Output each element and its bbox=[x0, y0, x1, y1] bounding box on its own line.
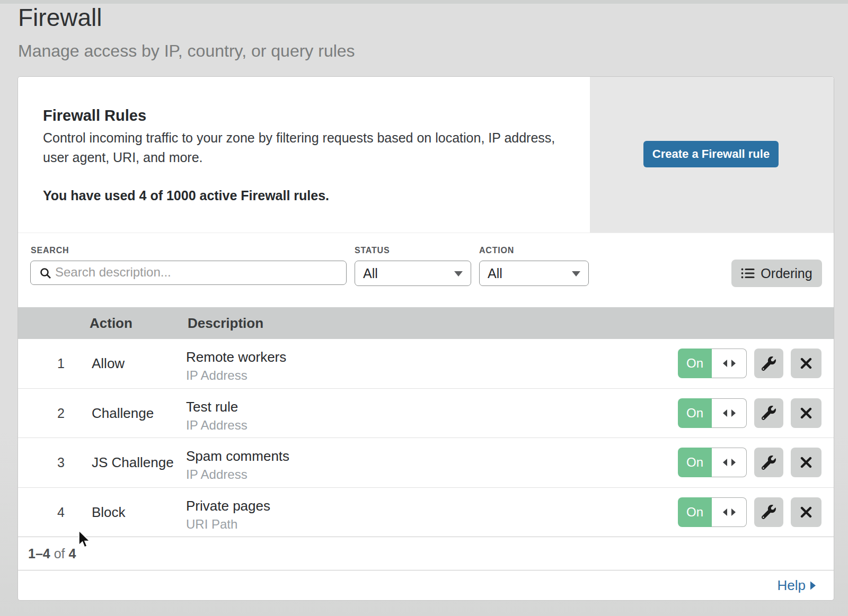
rule-description: Remote workers bbox=[186, 349, 286, 365]
action-select[interactable]: All bbox=[479, 261, 589, 286]
search-label: SEARCH bbox=[31, 246, 69, 255]
x-icon bbox=[800, 358, 812, 369]
rule-priority: 4 bbox=[50, 504, 72, 520]
column-header-action: Action bbox=[90, 307, 132, 339]
delete-rule-button[interactable] bbox=[791, 398, 822, 428]
rule-action: Allow bbox=[92, 355, 125, 372]
rule-priority: 2 bbox=[50, 405, 72, 421]
rule-description: Test rule bbox=[186, 399, 248, 415]
toggle-on-label[interactable]: On bbox=[678, 398, 712, 428]
action-label: ACTION bbox=[479, 246, 514, 255]
table-header: Action Description bbox=[18, 307, 834, 339]
column-header-description: Description bbox=[188, 307, 263, 339]
toggle-arrows-icon bbox=[722, 409, 736, 417]
chevron-down-icon bbox=[454, 271, 463, 276]
rule-match-type: IP Address bbox=[186, 368, 286, 383]
page-subtitle: Manage access by IP, country, or query r… bbox=[18, 41, 355, 61]
rule-action: Block bbox=[92, 504, 126, 520]
help-arrow-icon bbox=[810, 581, 816, 590]
table-row: 1 Allow Remote workers IP Address On bbox=[18, 339, 834, 389]
toggle-handle[interactable] bbox=[712, 349, 747, 378]
toggle-arrows-icon bbox=[722, 458, 736, 467]
card-intro-section: Create a Firewall rule Firewall Rules Co… bbox=[18, 77, 834, 233]
rule-match-type: IP Address bbox=[186, 467, 289, 482]
rule-description-cell: Private pages URI Path bbox=[186, 498, 270, 532]
search-icon bbox=[39, 267, 52, 280]
rule-enabled-toggle[interactable]: On bbox=[678, 448, 747, 477]
rule-match-type: IP Address bbox=[186, 418, 248, 433]
table-row: 2 Challenge Test rule IP Address On bbox=[18, 389, 834, 439]
wrench-icon bbox=[762, 406, 776, 420]
delete-rule-button[interactable] bbox=[791, 448, 822, 477]
card-intro-side-panel: Create a Firewall rule bbox=[590, 77, 834, 233]
rule-description: Spam comments bbox=[186, 448, 289, 464]
ordering-button-label: Ordering bbox=[761, 266, 812, 281]
edit-rule-button[interactable] bbox=[754, 448, 783, 477]
status-select-value: All bbox=[363, 266, 378, 281]
table-row: 4 Block Private pages URI Path On bbox=[18, 488, 834, 538]
page-top-edge bbox=[0, 0, 848, 4]
firewall-rules-card: Create a Firewall rule Firewall Rules Co… bbox=[17, 76, 834, 601]
pagination-bar: 1–4 of 4 bbox=[18, 537, 834, 570]
help-link-label: Help bbox=[778, 577, 806, 594]
toggle-handle[interactable] bbox=[712, 497, 747, 527]
rule-priority: 1 bbox=[50, 356, 72, 371]
rule-enabled-toggle[interactable]: On bbox=[678, 349, 747, 378]
toggle-arrows-icon bbox=[722, 508, 736, 516]
edit-rule-button[interactable] bbox=[754, 349, 783, 378]
card-heading: Firewall Rules bbox=[43, 107, 146, 124]
wrench-icon bbox=[762, 356, 776, 371]
rules-list: 1 Allow Remote workers IP Address On bbox=[18, 339, 834, 537]
card-description: Control incoming traffic to your zone by… bbox=[43, 128, 570, 167]
status-label: STATUS bbox=[355, 246, 390, 255]
wrench-icon bbox=[762, 456, 776, 470]
search-box bbox=[30, 261, 347, 285]
rule-description-cell: Spam comments IP Address bbox=[186, 448, 289, 482]
search-input[interactable] bbox=[55, 262, 341, 283]
rules-usage-text: You have used 4 of 1000 active Firewall … bbox=[43, 188, 329, 203]
filter-bar: SEARCH STATUS ACTION All All bbox=[18, 233, 834, 307]
ordering-list-icon bbox=[741, 267, 755, 279]
table-row: 3 JS Challenge Spam comments IP Address … bbox=[18, 438, 834, 488]
rule-description-cell: Test rule IP Address bbox=[186, 399, 248, 433]
ordering-button[interactable]: Ordering bbox=[731, 260, 822, 287]
pagination-separator: of bbox=[50, 546, 69, 561]
delete-rule-button[interactable] bbox=[791, 497, 822, 527]
toggle-handle[interactable] bbox=[712, 398, 747, 428]
pagination-text: 1–4 of 4 bbox=[28, 537, 76, 570]
toggle-on-label[interactable]: On bbox=[678, 448, 712, 477]
card-footer: Help bbox=[18, 570, 834, 600]
rule-match-type: URI Path bbox=[186, 517, 270, 532]
create-firewall-rule-button[interactable]: Create a Firewall rule bbox=[643, 141, 779, 167]
status-select[interactable]: All bbox=[355, 261, 471, 286]
rule-action: JS Challenge bbox=[92, 454, 174, 471]
delete-rule-button[interactable] bbox=[791, 349, 822, 378]
x-icon bbox=[800, 407, 812, 419]
x-icon bbox=[800, 457, 812, 468]
chevron-down-icon bbox=[572, 271, 580, 276]
help-link[interactable]: Help bbox=[778, 577, 816, 594]
action-select-value: All bbox=[488, 266, 502, 281]
rule-enabled-toggle[interactable]: On bbox=[678, 398, 747, 428]
toggle-arrows-icon bbox=[722, 359, 736, 368]
toggle-handle[interactable] bbox=[712, 448, 747, 477]
pagination-range: 1–4 bbox=[28, 546, 50, 561]
mouse-cursor bbox=[78, 530, 92, 549]
rule-action: Challenge bbox=[92, 405, 154, 421]
rule-priority: 3 bbox=[50, 455, 72, 470]
page-title: Firewall bbox=[18, 3, 102, 32]
rule-enabled-toggle[interactable]: On bbox=[678, 497, 747, 527]
wrench-icon bbox=[762, 505, 776, 519]
edit-rule-button[interactable] bbox=[754, 497, 783, 527]
edit-rule-button[interactable] bbox=[754, 398, 783, 428]
rule-description: Private pages bbox=[186, 498, 270, 514]
pagination-total: 4 bbox=[68, 546, 76, 561]
toggle-on-label[interactable]: On bbox=[678, 497, 712, 527]
toggle-on-label[interactable]: On bbox=[678, 349, 712, 378]
x-icon bbox=[800, 506, 812, 518]
rule-description-cell: Remote workers IP Address bbox=[186, 349, 286, 383]
